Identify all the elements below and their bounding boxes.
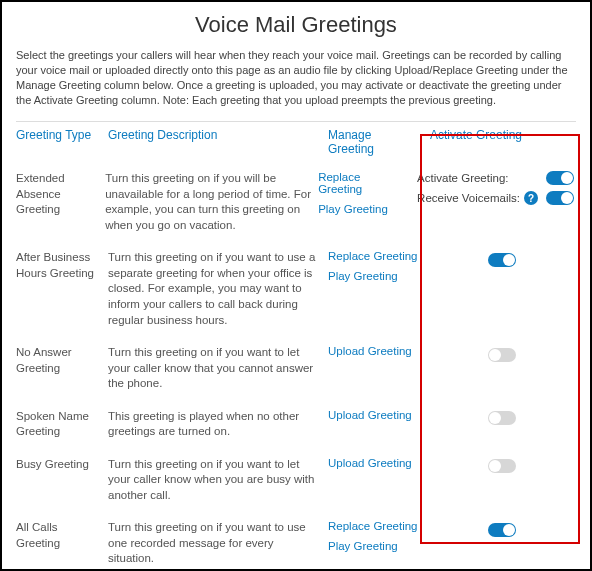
greeting-description: Turn this greeting on if you want to use… [108, 520, 328, 567]
manage-cell: Replace GreetingPlay Greeting [318, 171, 411, 223]
activate-cell [424, 520, 576, 537]
table-row: All Calls GreetingTurn this greeting on … [16, 512, 576, 571]
greeting-description: Turn this greeting on if you will be una… [105, 171, 318, 233]
upload-greeting-link[interactable]: Upload Greeting [328, 457, 420, 469]
table-row: After Business Hours GreetingTurn this g… [16, 242, 576, 337]
manage-cell: Upload Greeting [328, 345, 424, 365]
replace-greeting-link[interactable]: Replace Greeting [328, 250, 420, 262]
th-desc: Greeting Description [108, 128, 328, 142]
manage-cell: Upload Greeting [328, 409, 424, 429]
th-activate: Activate Greeting [424, 128, 576, 142]
intro-text: Select the greetings your callers will h… [16, 48, 576, 107]
replace-greeting-link[interactable]: Replace Greeting [318, 171, 407, 195]
activate-greeting-toggle[interactable] [488, 523, 516, 537]
activate-greeting-label: Activate Greeting: [417, 172, 508, 184]
receive-voicemails-toggle[interactable] [546, 191, 574, 205]
greeting-description: Turn this greeting on if you want to let… [108, 457, 328, 504]
table-header: Greeting Type Greeting Description Manag… [16, 122, 576, 163]
greeting-type: After Business Hours Greeting [16, 250, 108, 281]
greeting-type: Spoken Name Greeting [16, 409, 108, 440]
play-greeting-link[interactable]: Play Greeting [318, 203, 407, 215]
activate-cell [424, 345, 576, 362]
receive-voicemails-label: Receive Voicemails: [417, 192, 520, 204]
upload-greeting-link[interactable]: Upload Greeting [328, 409, 420, 421]
greeting-description: Turn this greeting on if you want to let… [108, 345, 328, 392]
table-row: Spoken Name GreetingThis greeting is pla… [16, 401, 576, 449]
activate-greeting-toggle[interactable] [488, 411, 516, 425]
greeting-type: Busy Greeting [16, 457, 108, 473]
manage-cell: Replace GreetingPlay Greeting [328, 250, 424, 290]
activate-greeting-toggle[interactable] [488, 253, 516, 267]
manage-cell: Replace GreetingPlay Greeting [328, 520, 424, 560]
activate-cell [424, 250, 576, 267]
table-row: No Answer GreetingTurn this greeting on … [16, 337, 576, 401]
table-row: Busy GreetingTurn this greeting on if yo… [16, 449, 576, 513]
activate-cell [424, 457, 576, 474]
play-greeting-link[interactable]: Play Greeting [328, 540, 420, 552]
page-title: Voice Mail Greetings [16, 12, 576, 38]
greeting-type: All Calls Greeting [16, 520, 108, 551]
activate-greeting-toggle[interactable] [546, 171, 574, 185]
manage-cell: Upload Greeting [328, 457, 424, 477]
greeting-description: Turn this greeting on if you want to use… [108, 250, 328, 328]
table-row: Extended Absence GreetingTurn this greet… [16, 163, 576, 242]
play-greeting-link[interactable]: Play Greeting [328, 270, 420, 282]
help-icon[interactable]: ? [524, 191, 538, 205]
activate-greeting-toggle[interactable] [488, 348, 516, 362]
page-frame: Voice Mail Greetings Select the greeting… [0, 0, 592, 571]
th-manage: Manage Greeting [328, 128, 424, 156]
greeting-type: Extended Absence Greeting [16, 171, 105, 218]
activate-cell: Activate Greeting:Receive Voicemails:? [411, 171, 576, 211]
activate-cell [424, 409, 576, 426]
greeting-type: No Answer Greeting [16, 345, 108, 376]
greetings-table: Greeting Type Greeting Description Manag… [16, 121, 576, 571]
activate-greeting-toggle[interactable] [488, 459, 516, 473]
replace-greeting-link[interactable]: Replace Greeting [328, 520, 420, 532]
greeting-description: This greeting is played when no other gr… [108, 409, 328, 440]
th-type: Greeting Type [16, 128, 108, 142]
upload-greeting-link[interactable]: Upload Greeting [328, 345, 420, 357]
